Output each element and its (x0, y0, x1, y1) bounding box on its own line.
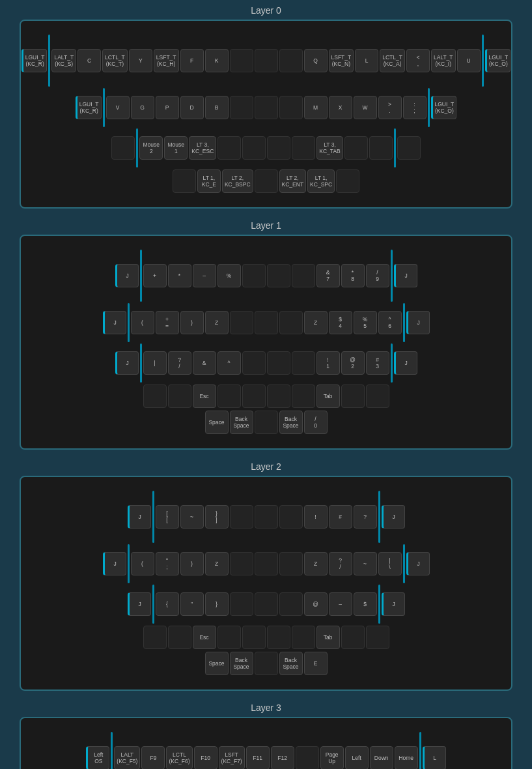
l2-key-lbrace: { (156, 592, 179, 616)
key-empty17 (336, 169, 359, 193)
key-u: U (457, 49, 481, 72)
l2-key-rparen2: ) (180, 552, 204, 575)
layer0-keyboard: LGUI_T(KC_R) LALT_T(KC_S) C LCTL_T(KC_T)… (20, 20, 512, 209)
l2-empty15 (292, 626, 315, 649)
l1-key-caret6: ^6 (378, 311, 402, 334)
key-empty9 (242, 136, 266, 160)
l1-key-pipe: | (143, 351, 167, 375)
l1-empty5 (255, 311, 278, 334)
l1-key-star: * (168, 264, 191, 287)
l1-key-87: &7 (316, 264, 340, 287)
key-label: LGUI_T(KC_R) (25, 54, 45, 67)
l2-empty12 (217, 626, 241, 649)
l2-key-esc: Esc (193, 626, 216, 649)
key-mouse1: Mouse1 (164, 136, 188, 160)
l1-empty1 (242, 264, 266, 287)
l1-key-space: Space (205, 411, 229, 434)
l1-empty16 (341, 384, 365, 408)
key-empty1 (230, 49, 253, 72)
key-empty6 (279, 96, 303, 119)
layer1-title: Layer 1 (0, 215, 532, 235)
l3-key-f12: F12 (271, 746, 294, 769)
l2-key-lparen2: ( (131, 552, 154, 575)
l1-key-excl1: !1 (316, 351, 340, 375)
layer2-keyboard: J [[ ~ }] ! # ? J J ( "; ) Z Z ?/ (20, 476, 512, 691)
key-empty10 (267, 136, 290, 160)
key-gt-dot: >. (378, 96, 402, 119)
key-empty16 (255, 169, 278, 193)
l1-key-lparen: ( (131, 311, 154, 334)
l2-key-space: Space (205, 652, 229, 675)
key-mouse2: Mouse2 (139, 136, 163, 160)
l1-empty15 (292, 384, 315, 408)
l1-key-j-left: J (115, 264, 139, 287)
l1-key-amp: & (193, 351, 216, 375)
l2-key-bspc1: BackSpace (230, 652, 253, 675)
l1-empty7 (242, 351, 266, 375)
l1-empty8 (267, 351, 290, 375)
l1-empty4 (230, 311, 253, 334)
l1-key-bspc2: BackSpace (279, 411, 303, 434)
key-lgui-r: LGUI_T(KC_R) (21, 49, 48, 72)
l3-key-lsft-kcf7: LSFT(KC_F7) (219, 746, 245, 769)
l2-key-hash: # (329, 505, 352, 529)
l1-empty3 (292, 264, 315, 287)
key-b2: B (205, 96, 229, 119)
l2-key-e: E (304, 652, 328, 675)
key-lgui-kco: LGUI_T(KC_O) (485, 49, 511, 72)
l2-key-tab: Tab (316, 626, 340, 649)
l1-key-dollar4: $4 (329, 311, 352, 334)
key-empty12 (344, 136, 368, 160)
l1-key-rparen: ) (180, 311, 204, 334)
key-lalt-kci: LALT_T(KC_I) (431, 49, 456, 72)
l1-key-esc: Esc (193, 384, 216, 408)
key-empty11 (292, 136, 315, 160)
l2-key-dollar: $ (354, 592, 377, 616)
l2-empty11 (168, 626, 191, 649)
l2-key-bspc2: BackSpace (279, 652, 303, 675)
l3-key-f11: F11 (246, 746, 270, 769)
l2-empty13 (242, 626, 266, 649)
l1-key-j-right: J (394, 264, 417, 287)
l1-empty12 (217, 384, 241, 408)
l1-empty2 (267, 264, 290, 287)
l2-empty3 (279, 505, 303, 529)
layer1-keyboard: J + * – % &7 *8 /9 J J ( += ) Z Z (20, 235, 512, 450)
l1-key-at2: @2 (341, 351, 365, 375)
l3-key-down: Down (370, 746, 393, 769)
key-empty14 (397, 136, 421, 160)
l2-empty10 (143, 626, 167, 649)
key-v: V (106, 96, 130, 119)
key-lt3-kctab: LT 3,KC_TAB (316, 136, 343, 160)
key-lt2-kcent: LT 2,KC_ENT (279, 169, 307, 193)
l3-key-pageup: PageUp (320, 746, 344, 769)
key-lt2-kcbspc: LT 2,KC_BSPC (222, 169, 253, 193)
layer3-keyboard: LeftOS LALT(KC_F5) F9 LCTL(KC_F6) F10 LS… (20, 717, 512, 769)
l2-empty18 (255, 652, 278, 675)
l2-key-squote: "; (156, 552, 179, 575)
l2-key-j-left: J (128, 505, 151, 529)
key-g: G (131, 96, 154, 119)
key-lsft-kcn: LSFT_T(KC_N) (329, 49, 354, 72)
l2-empty4 (230, 552, 253, 575)
l2-key-j-left3: J (128, 592, 151, 616)
l1-key-slash0: /0 (304, 411, 328, 434)
key-lsft-kch: LSFT_T(KC_H) (154, 49, 179, 72)
l2-empty14 (267, 626, 290, 649)
l2-key-minus: – (329, 592, 352, 616)
key-q: Q (304, 49, 328, 72)
l1-key-star8: *8 (341, 264, 365, 287)
key-lt-comma: <, (406, 49, 430, 72)
l2-key-qmark-slash: ?/ (329, 552, 352, 575)
l2-key-excl: ! (304, 505, 328, 529)
key-empty4 (230, 96, 253, 119)
l2-key-tilde: ~ (180, 505, 204, 529)
key-w: W (354, 96, 377, 119)
l3-key-lctl-kcf6: LCTL(KC_F6) (166, 746, 192, 769)
layer0-title: Layer 0 (0, 0, 532, 20)
l2-empty17 (366, 626, 389, 649)
l3-key-f10: F10 (194, 746, 217, 769)
l1-key-j-left3: J (115, 351, 139, 375)
key-d: D (180, 96, 204, 119)
key-lctl-kca: LCTL_T(KC_A) (380, 49, 405, 72)
